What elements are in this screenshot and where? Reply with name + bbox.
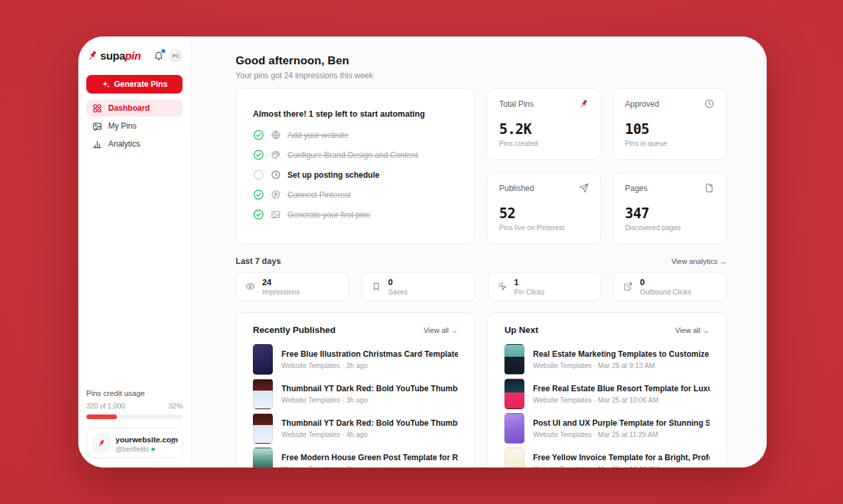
notification-dot bbox=[161, 49, 165, 53]
app-window: supapin PC Generate Pin bbox=[78, 36, 767, 468]
page-subtitle: Your pins got 24 impressions this week bbox=[236, 71, 727, 80]
stat-caption: Discovered pages bbox=[625, 223, 715, 231]
nav-label: Analytics bbox=[108, 139, 140, 149]
send-icon bbox=[579, 183, 589, 193]
online-status-dot bbox=[151, 448, 155, 451]
stat-card-pages: Pages 347 Discovered pages bbox=[613, 172, 728, 244]
onboarding-step-configure-brand[interactable]: Configure Brand Design and Content bbox=[253, 149, 457, 160]
list-item[interactable]: Free Real Estate Blue Resort Template fo… bbox=[504, 379, 710, 409]
main-content: Good afternoon, Ben Your pins got 24 imp… bbox=[191, 36, 767, 468]
file-icon bbox=[704, 183, 714, 193]
up-next-items: Real Estate Marketing Templates to Custo… bbox=[504, 344, 710, 468]
pin-title: Free Yellow Invoice Template for a Brigh… bbox=[533, 453, 710, 462]
metric-value: 0 bbox=[640, 278, 691, 287]
onboarding-card: Almost there! 1 step left to start autom… bbox=[236, 88, 475, 244]
pin-thumbnail bbox=[253, 413, 273, 444]
metric-value: 24 bbox=[262, 278, 300, 287]
pin-thumbnail bbox=[504, 413, 524, 444]
check-circle-icon bbox=[253, 149, 264, 160]
stat-value: 52 bbox=[499, 206, 589, 221]
generate-pins-label: Generate Pins bbox=[114, 80, 168, 89]
user-avatar[interactable]: PC bbox=[169, 49, 183, 62]
stat-title: Published bbox=[499, 184, 534, 193]
week-title: Last 7 days bbox=[236, 257, 281, 266]
account-website: yourwebsite.com bbox=[115, 436, 178, 444]
pin-title: Real Estate Marketing Templates to Custo… bbox=[533, 349, 710, 359]
generate-pins-button[interactable]: Generate Pins bbox=[86, 75, 183, 94]
list-item[interactable]: Free Yellow Invoice Template for a Brigh… bbox=[504, 448, 710, 468]
cursor-click-icon bbox=[498, 282, 507, 291]
stat-caption: Pins in queue bbox=[625, 139, 715, 147]
list-item[interactable]: Thumbnail YT Dark Red: Bold YouTube Thum… bbox=[253, 413, 458, 444]
list-item[interactable]: Thumbnail YT Dark Red: Bold YouTube Thum… bbox=[253, 379, 458, 409]
external-link-icon bbox=[623, 282, 633, 291]
onboarding-step-connect-pinterest[interactable]: Connect Pinterest bbox=[253, 189, 457, 200]
page-title: Good afternoon, Ben bbox=[236, 54, 727, 68]
stat-title: Pages bbox=[625, 184, 648, 193]
onboarding-step-posting-schedule[interactable]: Set up posting schedule bbox=[253, 169, 457, 180]
notifications-bell-icon[interactable] bbox=[153, 50, 164, 61]
list-item[interactable]: Free Blue Illustration Christmas Card Te… bbox=[253, 344, 458, 375]
pin-title: Free Modern House Green Post Template fo… bbox=[281, 453, 458, 462]
list-item[interactable]: Free Modern House Green Post Template fo… bbox=[253, 448, 458, 468]
list-item[interactable]: Post UI and UX Purple Template for Stunn… bbox=[504, 413, 710, 444]
stat-title: Total Pins bbox=[499, 99, 534, 109]
pushpin-logo-icon bbox=[86, 50, 98, 62]
sidebar-item-analytics[interactable]: Analytics bbox=[86, 135, 183, 153]
credits-progress-track bbox=[86, 414, 183, 419]
pinterest-icon bbox=[271, 190, 281, 200]
onboarding-step-add-website[interactable]: Add your website bbox=[253, 129, 457, 141]
credits-percent: 32% bbox=[169, 402, 183, 410]
pin-thumbnail bbox=[504, 379, 524, 409]
view-analytics-link[interactable]: View analytics → bbox=[671, 257, 727, 265]
clock-icon bbox=[704, 99, 714, 109]
pin-meta: Website Templates · 2h ago bbox=[281, 361, 458, 369]
stat-title: Approved bbox=[625, 99, 659, 109]
image-icon bbox=[92, 121, 102, 131]
pin-meta: Website Templates · Mar 25 at 10:06 AM bbox=[533, 396, 710, 404]
sidebar-nav: Dashboard My Pins Analyt bbox=[86, 99, 183, 153]
sparkles-icon bbox=[102, 80, 110, 89]
pin-thumbnail bbox=[253, 379, 273, 409]
sidebar: supapin PC Generate Pin bbox=[78, 36, 191, 468]
stat-card-published: Published 52 Pins live on Pinterest bbox=[487, 172, 601, 244]
account-handle: @benfields bbox=[115, 446, 149, 453]
clock-icon bbox=[271, 170, 281, 180]
app-logo[interactable]: supapin bbox=[86, 50, 141, 62]
metric-label: Outbound Clicks bbox=[640, 288, 691, 296]
empty-circle-icon bbox=[253, 169, 264, 180]
metric-value: 0 bbox=[388, 278, 408, 287]
list-title: Recently Published bbox=[253, 325, 336, 335]
sidebar-item-dashboard[interactable]: Dashboard bbox=[86, 99, 183, 117]
credits-usage: 320 of 1,000 bbox=[86, 402, 125, 410]
pin-meta: Website Templates · Mar 25 at 11:29 AM bbox=[533, 430, 710, 438]
palette-icon bbox=[271, 150, 281, 160]
stats-grid: Total Pins 5. bbox=[487, 88, 727, 244]
list-item[interactable]: Real Estate Marketing Templates to Custo… bbox=[504, 344, 710, 375]
metric-label: Pin Clicks bbox=[514, 288, 545, 296]
recently-published-items: Free Blue Illustration Christmas Card Te… bbox=[253, 344, 458, 468]
lists-row: Recently Published View all → Free Blue … bbox=[236, 312, 727, 468]
logo-text: supapin bbox=[100, 50, 141, 62]
check-circle-icon bbox=[253, 129, 264, 141]
pin-title: Thumbnail YT Dark Red: Bold YouTube Thum… bbox=[281, 418, 458, 428]
week-section-header: Last 7 days View analytics → bbox=[236, 257, 727, 266]
view-all-link[interactable]: View all → bbox=[675, 326, 710, 334]
sidebar-item-my-pins[interactable]: My Pins bbox=[86, 117, 183, 135]
metric-value: 1 bbox=[514, 278, 545, 287]
metric-card-saves: 0 Saves bbox=[362, 272, 475, 301]
pin-thumbnail bbox=[253, 344, 273, 375]
account-selector[interactable]: yourwebsite.com @benfields bbox=[86, 428, 183, 458]
pin-title: Free Real Estate Blue Resort Template fo… bbox=[533, 384, 710, 393]
credits-progress-fill bbox=[86, 414, 117, 419]
sidebar-header: supapin PC bbox=[86, 44, 183, 67]
account-pushpin-icon bbox=[92, 434, 110, 452]
list-title: Up Next bbox=[504, 325, 538, 335]
dashboard-grid-icon bbox=[92, 103, 102, 113]
view-all-link[interactable]: View all → bbox=[423, 326, 458, 334]
metric-label: Saves bbox=[388, 288, 408, 296]
credits-title: Pins credit usage bbox=[86, 389, 183, 397]
top-row: Almost there! 1 step left to start autom… bbox=[236, 88, 727, 244]
onboarding-step-generate-first-pins[interactable]: Generate your first pins bbox=[253, 209, 457, 220]
pin-meta: Website Templates · 4h ago bbox=[281, 430, 458, 438]
